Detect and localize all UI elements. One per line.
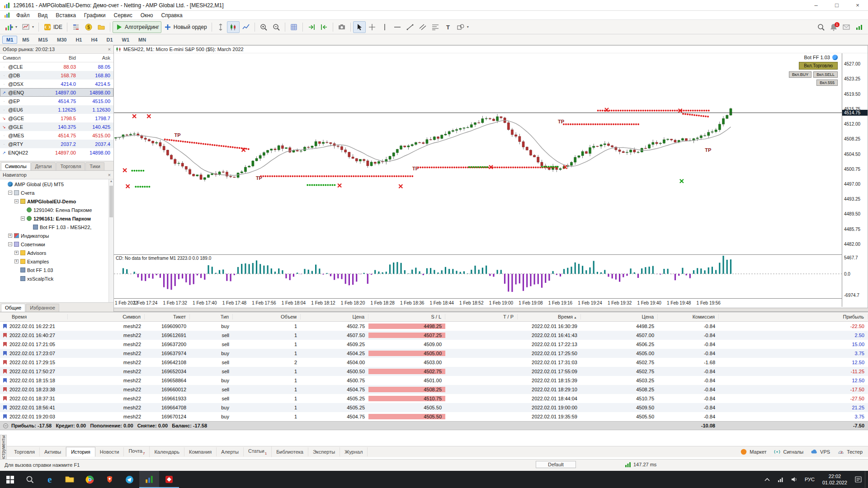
- navigator-item-label[interactable]: Bot FF 1.03 - MESH22,: [40, 225, 91, 230]
- order-time-cell[interactable]: 2022.02.01 17:29:15: [0, 360, 68, 365]
- toolbox-tab[interactable]: Календарь: [150, 447, 184, 456]
- order-flag-icon[interactable]: [3, 369, 7, 374]
- indicator-zero-label[interactable]: 0.0: [844, 272, 850, 277]
- order-close-time[interactable]: 2022.02.01 17:55:09: [518, 369, 581, 374]
- order-commission[interactable]: -0.84: [658, 369, 719, 374]
- order-open-time[interactable]: 2022.02.01 18:15:18: [9, 378, 55, 383]
- order-sl[interactable]: 4509.00: [368, 342, 445, 347]
- order-type[interactable]: buy: [190, 405, 233, 410]
- price-axis-label[interactable]: 4512.00: [844, 122, 860, 127]
- order-ticket[interactable]: 169637974: [145, 351, 190, 356]
- toolbar-separator[interactable]: [110, 23, 110, 32]
- folder-icon[interactable]: [20, 259, 25, 264]
- price-chart[interactable]: TPTPTPTPTP: [114, 53, 842, 254]
- navigator-item[interactable]: 1291040: Елена Пархоме: [0, 206, 108, 214]
- order-close-price[interactable]: 4502.75: [581, 369, 658, 374]
- taskbar-brave-icon[interactable]: [99, 471, 119, 488]
- time-axis-label[interactable]: 1 Feb 19:48: [667, 300, 691, 305]
- time-axis-label[interactable]: 1 Feb 17:32: [163, 300, 187, 305]
- order-ticket[interactable]: 169612691: [145, 333, 190, 338]
- toolbox-tab[interactable]: Почта7: [124, 446, 150, 457]
- toolbar-separator[interactable]: [38, 23, 39, 32]
- time-axis-label[interactable]: 1 Feb 18:52: [459, 300, 483, 305]
- order-volume[interactable]: 1: [233, 378, 301, 383]
- order-commission[interactable]: -1.68: [658, 360, 719, 365]
- order-volume[interactable]: 1: [233, 351, 301, 356]
- order-type[interactable]: sell: [190, 342, 233, 347]
- toolbox-tab[interactable]: Новости: [95, 447, 124, 456]
- order-time-cell[interactable]: 2022.02.01 19:20:03: [0, 414, 68, 419]
- bid-value[interactable]: 1798.5: [44, 116, 79, 121]
- time-axis-label[interactable]: 1 Feb 18:36: [400, 300, 424, 305]
- navigator-item-label[interactable]: 1296161: Елена Пархом: [33, 216, 91, 221]
- trend-flat-icon[interactable]: ·: [0, 65, 8, 69]
- order-profit[interactable]: 3.75: [719, 414, 868, 419]
- order-profit[interactable]: -11.25: [719, 369, 868, 374]
- order-type[interactable]: buy: [190, 324, 233, 329]
- time-axis-label[interactable]: 1 Feb 18:28: [370, 300, 394, 305]
- history-table-row[interactable]: 2022.02.01 17:50:27mesh22169652034sell14…: [0, 367, 868, 376]
- order-close-price[interactable]: 4508.25: [581, 387, 658, 392]
- order-time-cell[interactable]: 2022.02.01 16:40:27: [0, 333, 68, 338]
- sort-asc-icon[interactable]: ▲: [574, 316, 577, 319]
- chevron-down-icon[interactable]: ▾: [32, 25, 34, 29]
- trend-flat-icon[interactable]: ·: [0, 142, 8, 146]
- market-watch-column[interactable]: Ask: [79, 55, 113, 61]
- ask-value[interactable]: 2037.4: [79, 141, 113, 147]
- order-open-price[interactable]: 4504.75: [301, 414, 368, 419]
- history-table-row[interactable]: 2022.02.01 18:56:41mesh22169664708buy145…: [0, 403, 868, 412]
- trend-flat-icon[interactable]: ·: [0, 108, 8, 112]
- toolbox-tab[interactable]: Статьи1: [244, 446, 272, 457]
- price-axis-label[interactable]: 4504.50: [844, 152, 860, 157]
- time-axis-label[interactable]: 1 Feb 17:56: [252, 300, 276, 305]
- history-table-row[interactable]: 2022.02.01 18:23:38mesh22169660012sell14…: [0, 385, 868, 394]
- order-open-price[interactable]: 4504.75: [301, 387, 368, 392]
- order-time-cell[interactable]: 2022.02.01 18:23:38: [0, 387, 68, 392]
- language-indicator[interactable]: РУС: [801, 477, 818, 482]
- menu-item[interactable]: Сервис: [110, 11, 137, 19]
- order-time-cell[interactable]: 2022.02.01 18:37:31: [0, 396, 68, 401]
- navigator-item-label[interactable]: 1291040: Елена Пархоме: [33, 207, 92, 213]
- timeframe-mn[interactable]: MN: [134, 36, 150, 44]
- order-sl[interactable]: 4498.25: [368, 324, 445, 329]
- order-commission[interactable]: -0.84: [658, 324, 719, 329]
- ea-icon[interactable]: [20, 276, 25, 281]
- price-axis-label[interactable]: 4482.00: [844, 242, 860, 247]
- order-time-cell[interactable]: 2022.02.01 16:22:21: [0, 324, 68, 329]
- history-table-row[interactable]: 2022.02.01 17:29:15mesh22169642108sell24…: [0, 358, 868, 367]
- market-depth-button[interactable]: [70, 21, 82, 33]
- order-type[interactable]: sell: [190, 369, 233, 374]
- minimize-button[interactable]: –: [806, 0, 826, 10]
- toolbox-tab[interactable]: Алерты: [217, 447, 244, 456]
- history-column-header[interactable]: Цена: [581, 314, 658, 319]
- order-time-cell[interactable]: 2022.02.01 18:15:18: [0, 378, 68, 383]
- history-column-header[interactable]: Тикет: [145, 314, 190, 319]
- line-chart-button[interactable]: [240, 21, 252, 33]
- ask-value[interactable]: 88.05: [79, 64, 113, 70]
- order-open-price[interactable]: 4500.50: [301, 369, 368, 374]
- navigator-item-label[interactable]: Bot FF 1.03: [27, 267, 53, 273]
- collapse-icon[interactable]: −: [21, 216, 25, 221]
- history-column-header[interactable]: Комиссия: [658, 314, 719, 319]
- toolbar-right-group[interactable]: 1: [815, 21, 865, 33]
- taskbar-chrome-icon[interactable]: [80, 471, 99, 488]
- order-symbol[interactable]: mesh22: [68, 342, 145, 347]
- navigator-item-label[interactable]: Советники: [21, 242, 45, 247]
- history-column-header[interactable]: Объем: [233, 314, 301, 319]
- order-type[interactable]: sell: [190, 360, 233, 365]
- collapse-icon[interactable]: −: [14, 199, 19, 203]
- market-watch-column[interactable]: Символ: [0, 55, 44, 61]
- order-volume[interactable]: 1: [233, 405, 301, 410]
- toolbar-separator[interactable]: [285, 23, 285, 32]
- symbol-name[interactable]: @DB: [8, 73, 44, 78]
- order-type[interactable]: buy: [190, 351, 233, 356]
- time-axis-label[interactable]: 1 Feb 19:24: [578, 300, 602, 305]
- time-axis[interactable]: 1 Feb 20221 Feb 17:241 Feb 17:321 Feb 17…: [114, 299, 842, 308]
- symbol-name[interactable]: @ENQ: [8, 90, 44, 95]
- horizontal-splitter[interactable]: [114, 308, 868, 312]
- market-watch-tab[interactable]: Тики: [85, 162, 104, 170]
- market-watch-row[interactable]: ↘@GLE140.375140.425: [0, 122, 113, 131]
- history-table-row[interactable]: 2022.02.01 19:20:03mesh22169670124buy145…: [0, 412, 868, 421]
- toolbar-separator[interactable]: [67, 23, 67, 32]
- zoom-out-button[interactable]: [270, 21, 283, 33]
